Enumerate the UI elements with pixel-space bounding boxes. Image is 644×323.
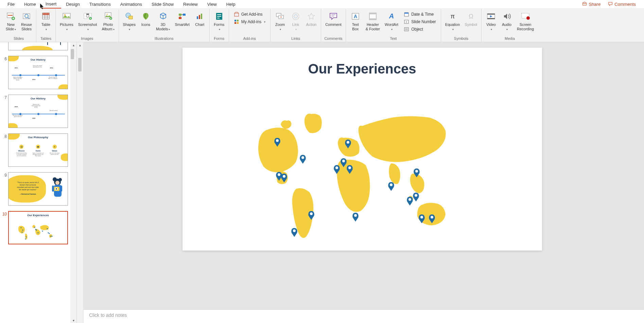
thumb-slide-8[interactable]: Our Philosophy MissionDespite being red,… xyxy=(8,133,68,167)
screenshot-button[interactable]: Screenshot▾ xyxy=(76,10,99,32)
svg-point-117 xyxy=(420,216,423,219)
svg-point-109 xyxy=(335,166,338,169)
menu-file[interactable]: File xyxy=(3,0,19,8)
photo-album-button[interactable]: PhotoAlbum▾ xyxy=(100,10,116,32)
scroll-handle[interactable] xyxy=(78,58,82,71)
svg-point-92 xyxy=(34,227,35,228)
ribbon-group-addins: Get Add-ins My Add-ins ▾ Add-ins xyxy=(229,9,271,42)
ribbon-group-illustrations: Shapes▾ Icons 3DModels▾ SmartArt Chart I… xyxy=(119,9,210,42)
equation-button[interactable]: π Equation▾ xyxy=(443,10,462,32)
slide-scrollbar[interactable]: ▴ xyxy=(77,42,83,323)
menu-review[interactable]: Review xyxy=(178,0,203,8)
video-button[interactable]: Video▾ xyxy=(484,10,499,32)
table-button[interactable]: Table▾ xyxy=(38,10,53,32)
svg-rect-31 xyxy=(217,16,221,17)
thumb-slide-5[interactable]: About Our Company You could enter a subt… xyxy=(8,42,68,50)
svg-point-94 xyxy=(36,230,37,231)
svg-rect-12 xyxy=(63,13,70,19)
menu-view[interactable]: View xyxy=(203,0,222,8)
svg-point-102 xyxy=(276,139,279,142)
3d-models-icon xyxy=(158,12,168,21)
audio-button[interactable]: Audio▾ xyxy=(499,10,514,32)
menu-animations[interactable]: Animations xyxy=(116,0,147,8)
comments-button[interactable]: Comments xyxy=(606,1,638,7)
header-footer-icon xyxy=(368,12,378,21)
world-map[interactable] xyxy=(243,106,481,255)
svg-point-19 xyxy=(107,14,108,15)
object-icon xyxy=(404,27,409,32)
group-label: Media xyxy=(484,36,536,41)
table-icon xyxy=(41,12,51,21)
svg-point-104 xyxy=(278,173,280,176)
wordart-button[interactable]: A WordArt▾ xyxy=(383,10,400,32)
svg-point-101 xyxy=(52,236,53,237)
scroll-up-icon[interactable]: ▴ xyxy=(77,42,83,48)
thumb-slide-6[interactable]: Our History 2012 Venus is the second pla… xyxy=(8,56,68,89)
header-footer-button[interactable]: Header& Footer xyxy=(364,10,382,32)
date-time-button[interactable]: Date & Time xyxy=(402,11,437,18)
share-button[interactable]: Share xyxy=(580,1,603,7)
thumb-number: 9 xyxy=(2,172,8,178)
svg-point-88 xyxy=(22,230,23,231)
svg-point-116 xyxy=(408,198,411,201)
thumbnail-panel[interactable]: About Our Company You could enter a subt… xyxy=(0,42,77,323)
scroll-up-icon[interactable]: ▴ xyxy=(71,42,76,48)
notes-input[interactable]: Click to add notes xyxy=(84,309,644,323)
svg-rect-65 xyxy=(60,42,61,45)
ribbon: NewSlide▾ ReuseSlides Slides Table▾ Tabl… xyxy=(0,8,644,42)
action-button: Action xyxy=(304,10,319,28)
shapes-button[interactable]: Shapes▾ xyxy=(121,10,138,32)
svg-point-40 xyxy=(281,17,282,18)
slide-canvas[interactable]: Our Experiences xyxy=(182,48,542,251)
get-addins-button[interactable]: Get Add-ins xyxy=(232,11,267,18)
svg-point-113 xyxy=(390,183,393,186)
svg-rect-22 xyxy=(129,16,133,19)
new-slide-button[interactable]: NewSlide▾ xyxy=(3,10,18,32)
svg-point-90 xyxy=(26,237,27,238)
thumb-scrollbar[interactable]: ▴ ▾ xyxy=(70,42,76,323)
svg-point-76 xyxy=(55,113,57,115)
smartart-button[interactable]: SmartArt xyxy=(173,10,191,28)
world-map-thumb xyxy=(16,223,60,243)
timeline-icon xyxy=(12,66,65,84)
svg-rect-25 xyxy=(179,17,181,19)
thumb-slide-9[interactable]: "This is a quote, words full of wisdom t… xyxy=(8,172,68,206)
chart-button[interactable]: Chart xyxy=(192,10,207,28)
thumb-slide-10[interactable]: Our Experiences xyxy=(8,211,68,244)
slide-number-button[interactable]: # Slide Number xyxy=(402,18,437,25)
addins-icon xyxy=(234,19,239,25)
pictures-button[interactable]: Pictures▾ xyxy=(58,10,75,32)
ribbon-group-slides: NewSlide▾ ReuseSlides Slides xyxy=(1,9,36,42)
reuse-slides-button[interactable]: ReuseSlides xyxy=(19,10,34,32)
menu-design[interactable]: Design xyxy=(61,0,84,8)
svg-point-75 xyxy=(37,113,39,115)
3d-models-button[interactable]: 3DModels▾ xyxy=(154,10,172,32)
thumb-slide-7[interactable]: Our History 2018 Neptune is the farthest… xyxy=(8,95,68,128)
menu-help[interactable]: Help xyxy=(222,0,240,8)
menu-slideshow[interactable]: Slide Show xyxy=(147,0,178,8)
object-button[interactable]: Object xyxy=(402,26,437,33)
svg-point-103 xyxy=(301,156,304,159)
svg-rect-30 xyxy=(217,14,221,15)
zoom-button[interactable]: Zoom▾ xyxy=(273,10,288,32)
menu-transitions[interactable]: Transitions xyxy=(85,0,116,8)
svg-rect-47 xyxy=(369,13,376,14)
menu-insert[interactable]: Insert xyxy=(41,0,62,9)
forms-button[interactable]: Forms▾ xyxy=(212,10,227,32)
svg-rect-37 xyxy=(237,22,239,24)
scroll-handle[interactable] xyxy=(71,49,74,59)
comment-bubble-icon xyxy=(329,12,338,21)
screenshot-icon xyxy=(83,12,92,21)
icons-button[interactable]: Icons xyxy=(138,10,153,28)
my-addins-button[interactable]: My Add-ins ▾ xyxy=(232,18,267,25)
link-icon xyxy=(291,12,300,21)
textbox-button[interactable]: A TextBox xyxy=(348,10,363,32)
slide-title[interactable]: Our Experiences xyxy=(182,48,542,77)
screen-recording-button[interactable]: ScreenRecording xyxy=(515,10,536,32)
scroll-down-icon[interactable]: ▾ xyxy=(71,318,76,323)
menu-home[interactable]: Home xyxy=(19,0,41,8)
comment-button[interactable]: Comment xyxy=(323,10,344,28)
group-label: Slides xyxy=(3,36,34,41)
main-area: About Our Company You could enter a subt… xyxy=(0,42,644,323)
svg-text:A: A xyxy=(389,12,394,20)
